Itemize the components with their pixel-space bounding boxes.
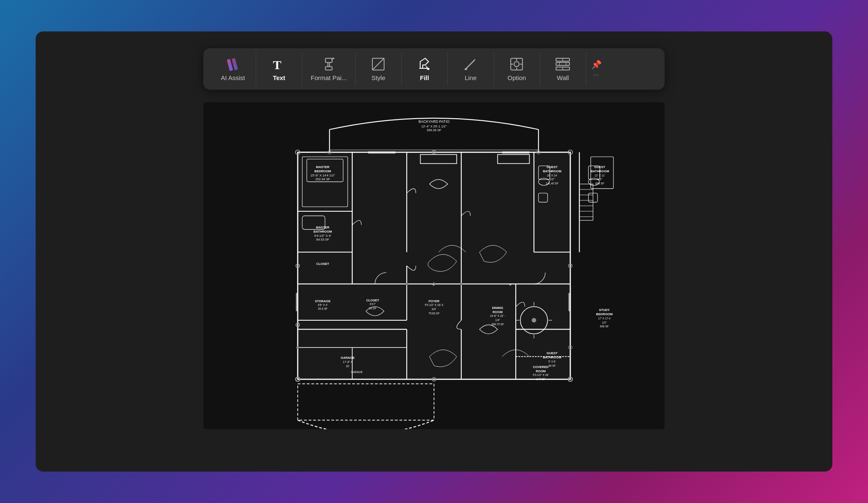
toolbar-item-text[interactable]: T Text <box>256 52 302 86</box>
svg-point-65 <box>532 318 536 323</box>
svg-text:648 SF: 648 SF <box>600 325 609 328</box>
svg-text:BATHROOM: BATHROOM <box>543 169 561 173</box>
svg-text:BATHROOM: BATHROOM <box>314 230 332 233</box>
svg-text:FOYER: FOYER <box>429 299 440 303</box>
svg-text:BEDROOM: BEDROOM <box>314 169 331 173</box>
svg-text:1/2": 1/2" <box>602 321 607 324</box>
toolbar-item-format-painter[interactable]: Format Pai... <box>302 52 356 86</box>
svg-text:5' X 6': 5' X 6' <box>548 360 556 363</box>
svg-rect-13 <box>465 68 467 70</box>
option-icon <box>509 57 524 72</box>
svg-text:3/4": 3/4" <box>431 308 437 311</box>
svg-text:MASTER: MASTER <box>316 165 330 169</box>
svg-text:20': 20' <box>346 365 349 368</box>
svg-text:T: T <box>273 58 281 72</box>
svg-text:9'4 1/2" X 9': 9'4 1/2" X 9' <box>314 234 332 238</box>
svg-text:ROOM: ROOM <box>493 310 503 314</box>
svg-text:5'3 1/2" X 28': 5'3 1/2" X 28' <box>533 373 549 376</box>
more-options-icon[interactable]: ⋮ <box>593 72 600 78</box>
svg-text:1/2": 1/2" <box>550 178 555 181</box>
svg-text:17'-8" X: 17'-8" X <box>343 360 353 363</box>
svg-rect-4 <box>328 62 330 67</box>
svg-text:+: + <box>569 283 571 287</box>
ai-assist-label: AI Assist <box>221 74 245 81</box>
svg-rect-62 <box>296 293 298 311</box>
ai-assist-icon <box>226 57 241 72</box>
toolbar-item-line[interactable]: Line <box>448 52 494 86</box>
svg-point-15 <box>514 62 519 67</box>
svg-text:398.75 SF: 398.75 SF <box>491 323 504 326</box>
svg-rect-5 <box>325 67 332 70</box>
svg-point-153 <box>405 283 408 285</box>
svg-text:648 SF: 648 SF <box>595 182 604 185</box>
svg-text:ROOM: ROOM <box>536 369 546 373</box>
svg-text:141.40 SF: 141.40 SF <box>546 182 559 185</box>
svg-rect-63 <box>569 293 571 311</box>
svg-text:12'-4" X 29'-1 1/2": 12'-4" X 29'-1 1/2" <box>421 124 447 128</box>
svg-rect-1 <box>231 58 238 70</box>
floorplan-svg: BACKYARD PATIO 12'-4" X 29'-1 1/2" 356.3… <box>203 102 665 429</box>
wall-icon <box>555 57 570 72</box>
toolbar-item-option[interactable]: Option <box>494 52 540 86</box>
toolbar-item-fill[interactable]: Fill <box>402 52 448 86</box>
toolbar-item-ai-assist[interactable]: AI Assist <box>210 52 256 86</box>
line-label: Line <box>465 74 476 81</box>
svg-line-9 <box>372 58 384 70</box>
toolbar-item-wall[interactable]: Wall <box>540 52 586 86</box>
text-label: Text <box>273 74 286 81</box>
format-painter-label: Format Pai... <box>311 74 347 81</box>
svg-text:CLOSET: CLOSET <box>366 298 379 302</box>
svg-text:356.39 SF: 356.39 SF <box>427 128 442 132</box>
svg-text:GUEST: GUEST <box>594 165 605 169</box>
svg-text:BATHROOM: BATHROOM <box>590 169 609 173</box>
svg-text:10' X 14': 10' X 14' <box>547 174 557 177</box>
svg-text:40 SF: 40 SF <box>548 364 556 367</box>
svg-text:+: + <box>509 282 512 287</box>
svg-text:STORAGE: STORAGE <box>315 299 330 303</box>
svg-line-11 <box>465 60 475 69</box>
svg-text:12' X 11': 12' X 11' <box>595 174 605 177</box>
svg-rect-21 <box>556 62 569 65</box>
svg-text:GARAGE: GARAGE <box>351 371 363 373</box>
svg-rect-33 <box>298 152 570 379</box>
svg-text:75.83 SF: 75.83 SF <box>429 312 439 315</box>
toolbar-item-style[interactable]: Style <box>356 52 402 86</box>
svg-point-154 <box>460 283 463 285</box>
svg-text:1/2": 1/2" <box>598 178 603 181</box>
svg-point-152 <box>296 346 299 349</box>
svg-text:BATHROOM: BATHROOM <box>543 355 561 359</box>
pin-icon[interactable]: 📌 <box>591 60 602 70</box>
svg-text:GARAGE: GARAGE <box>341 356 355 360</box>
svg-text:BEDROOM: BEDROOM <box>596 312 613 316</box>
svg-text:MASTER: MASTER <box>316 226 330 229</box>
svg-text:14'-6" X 22' -: 14'-6" X 22' - <box>490 314 505 317</box>
svg-text:+: + <box>432 282 435 287</box>
fill-icon <box>417 57 432 72</box>
canvas-area[interactable]: BACKYARD PATIO 12'-4" X 29'-1 1/2" 356.3… <box>203 102 665 429</box>
svg-text:25.6 SF: 25.6 SF <box>318 307 327 310</box>
format-painter-icon <box>321 57 336 72</box>
svg-text:84.53 SF: 84.53 SF <box>316 238 329 241</box>
style-icon <box>371 57 386 72</box>
text-icon: T <box>272 57 287 72</box>
svg-text:GUEST: GUEST <box>547 351 558 355</box>
svg-rect-0 <box>226 59 233 71</box>
fill-label: Fill <box>420 74 429 81</box>
svg-text:4'6" X 4': 4'6" X 4' <box>318 303 328 306</box>
svg-text:CLOSET: CLOSET <box>316 262 329 266</box>
svg-text:DINING: DINING <box>492 306 503 310</box>
option-label: Option <box>507 74 526 81</box>
svg-text:83 SF: 83 SF <box>369 307 376 310</box>
wall-label: Wall <box>557 74 569 81</box>
svg-text:5'5 1/2" X 16'-3: 5'5 1/2" X 16'-3 <box>425 303 443 306</box>
svg-text:1/4": 1/4" <box>495 319 500 322</box>
svg-text:COVERED: COVERED <box>533 365 549 369</box>
style-label: Style <box>372 74 385 81</box>
svg-text:252.34 SF: 252.34 SF <box>315 177 330 181</box>
app-window: AI Assist T Text Format Pai... <box>36 31 832 472</box>
svg-text:BACKYARD PATIO: BACKYARD PATIO <box>418 119 450 124</box>
line-icon <box>463 57 478 72</box>
svg-text:147 SF: 147 SF <box>536 378 545 381</box>
toolbar: AI Assist T Text Format Pai... <box>203 48 665 90</box>
svg-text:15'-6" X 14'4 1/2": 15'-6" X 14'4 1/2" <box>311 174 335 177</box>
